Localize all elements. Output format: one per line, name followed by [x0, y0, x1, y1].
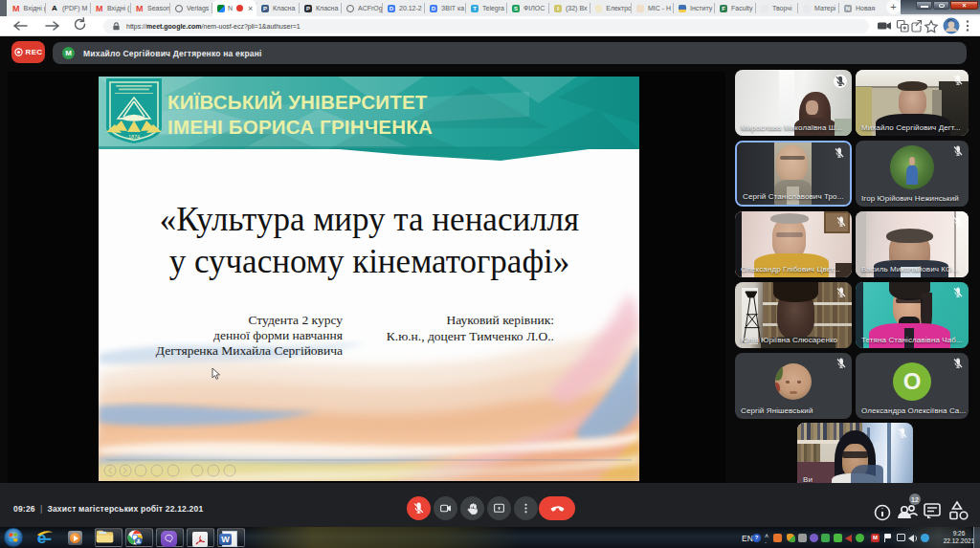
svg-text:12: 12 [911, 496, 919, 503]
svg-text:e: e [37, 528, 47, 547]
svg-text:1874: 1874 [128, 134, 140, 140]
